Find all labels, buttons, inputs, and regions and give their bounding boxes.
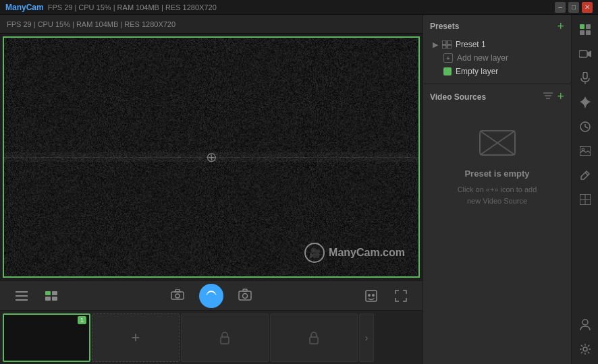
empty-layer-label: Empty layer (456, 67, 498, 76)
toolbar-right (360, 285, 412, 307)
svg-point-47 (582, 320, 588, 325)
empty-layer-row[interactable]: Empty layer (430, 65, 564, 78)
vs-controls: + (543, 90, 564, 104)
svg-rect-18 (221, 337, 229, 344)
svg-rect-33 (586, 30, 591, 35)
rail-settings-button[interactable] (574, 338, 596, 360)
video-sources-title: Video Sources (430, 92, 486, 102)
svg-line-43 (585, 173, 588, 175)
watermark-cam-icon: 🎥 (304, 243, 325, 263)
close-button[interactable]: ✕ (582, 2, 593, 13)
video-sources-panel: Video Sources + (423, 84, 571, 364)
add-layer-label: Add new layer (457, 53, 508, 63)
video-sources-header: Video Sources + (430, 90, 564, 104)
svg-rect-4 (52, 291, 57, 295)
titlebar-controls: – □ ✕ (555, 2, 593, 13)
rail-layout-button[interactable] (574, 189, 596, 210)
preset-1-row[interactable]: ▶ Preset 1 (430, 38, 564, 51)
right-sidebar: Presets + ▶ Preset 1 + Add new layer (423, 15, 571, 364)
app-logo: ManyCam (5, 3, 44, 12)
scene-strip: 1 + › (0, 310, 423, 364)
rail-tools-button[interactable] (574, 164, 596, 186)
svg-rect-34 (579, 51, 587, 57)
mask-button[interactable] (360, 285, 382, 307)
video-area: FPS 29 | CPU 15% | RAM 104MB | RES 1280X… (0, 15, 423, 364)
svg-point-48 (583, 347, 587, 351)
svg-rect-31 (586, 24, 591, 29)
vs-filter-button[interactable] (543, 90, 553, 104)
svg-rect-22 (442, 45, 446, 49)
watermark-text: ManyCam.com (329, 247, 405, 259)
rail-audio-button[interactable] (574, 67, 596, 89)
scene-preview-noise (4, 315, 89, 361)
empty-desc: Click on «+» icon to add new Video Sourc… (458, 184, 537, 206)
rail-schedule-button[interactable] (574, 116, 596, 138)
preset-icon (442, 40, 452, 49)
minimize-button[interactable]: – (555, 2, 566, 13)
layer-status-dot (443, 67, 452, 75)
rail-grid-button[interactable] (574, 19, 596, 40)
svg-marker-8 (175, 289, 180, 292)
scene-next-icon: › (365, 332, 369, 343)
scene-item-1[interactable]: 1 (3, 313, 90, 362)
icon-rail (571, 15, 598, 364)
rail-gallery-button[interactable] (574, 140, 596, 162)
svg-point-16 (368, 294, 371, 297)
svg-point-9 (175, 294, 180, 298)
empty-state: Preset is empty Click on «+» icon to add… (430, 109, 564, 220)
svg-rect-32 (580, 30, 585, 35)
rail-effects-button[interactable] (574, 92, 596, 113)
svg-rect-3 (45, 291, 51, 295)
titlebar-left: ManyCam FPS 29 | CPU 15% | RAM 104MB | R… (5, 3, 217, 12)
stats-display: FPS 29 | CPU 15% | RAM 104MB | RES 1280X… (48, 3, 217, 11)
svg-rect-2 (16, 299, 28, 301)
toolbar-center (167, 284, 256, 308)
fullscreen-button[interactable] (390, 285, 412, 307)
svg-rect-36 (583, 72, 587, 79)
rail-camera-button[interactable] (574, 43, 596, 65)
svg-rect-14 (243, 289, 247, 291)
scene-lock-2[interactable] (181, 313, 269, 362)
maximize-button[interactable]: □ (568, 2, 579, 13)
empty-state-icon (477, 123, 518, 163)
snapshot-button[interactable] (234, 284, 256, 305)
svg-rect-21 (447, 40, 452, 44)
svg-point-13 (243, 293, 248, 298)
preset-1-label: Preset 1 (456, 40, 486, 49)
bottom-toolbar (0, 280, 423, 310)
scene-add-icon: + (132, 329, 140, 346)
broadcast-button[interactable] (199, 284, 223, 308)
scene-add-button[interactable]: + (92, 313, 180, 362)
svg-rect-41 (580, 146, 591, 156)
add-layer-icon: + (443, 53, 453, 63)
toolbar-left (11, 285, 62, 307)
svg-point-11 (209, 293, 214, 299)
presets-add-button[interactable]: + (557, 20, 564, 32)
svg-marker-35 (587, 51, 591, 57)
titlebar: ManyCam FPS 29 | CPU 15% | RAM 104MB | R… (0, 0, 598, 15)
media-button[interactable] (40, 285, 62, 307)
main-layout: FPS 29 | CPU 15% | RAM 104MB | RES 1280X… (0, 15, 598, 364)
svg-rect-6 (52, 297, 57, 301)
svg-rect-19 (310, 337, 318, 344)
empty-title: Preset is empty (464, 169, 529, 179)
svg-rect-5 (45, 297, 51, 301)
svg-point-17 (372, 294, 375, 297)
svg-rect-0 (16, 291, 28, 293)
svg-rect-20 (442, 40, 446, 44)
vs-add-button[interactable]: + (557, 90, 564, 104)
preset-expand-icon: ▶ (433, 40, 438, 49)
svg-rect-23 (447, 45, 452, 49)
scene-lock-3[interactable] (270, 313, 358, 362)
watermark: 🎥 ManyCam.com (304, 243, 405, 263)
add-layer-row[interactable]: + Add new layer (430, 51, 564, 65)
rail-profile-button[interactable] (574, 314, 596, 336)
scene-badge: 1 (78, 316, 86, 324)
scenes-button[interactable] (11, 285, 32, 307)
scene-next-button[interactable]: › (359, 313, 374, 362)
crosshair-icon: ⊕ (206, 149, 217, 165)
stats-text: FPS 29 | CPU 15% | RAM 104MB | RES 1280X… (7, 20, 175, 28)
camera-button[interactable] (167, 284, 188, 305)
svg-line-40 (585, 127, 588, 128)
svg-rect-1 (16, 295, 28, 297)
